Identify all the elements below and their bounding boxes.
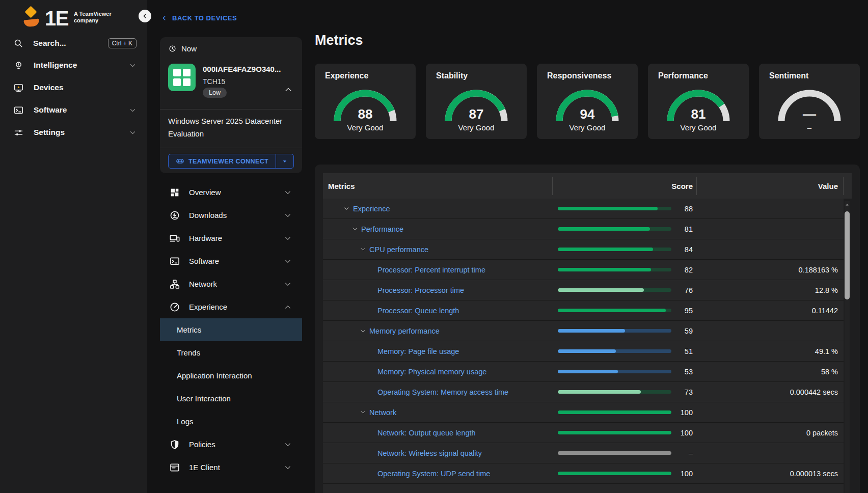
menu-item-downloads[interactable]: Downloads — [160, 204, 302, 227]
score-value: 100 — [681, 470, 693, 478]
gauge-title: Stability — [436, 71, 468, 80]
gauge-card-stability: Stability87Very Good — [426, 64, 527, 139]
sidebar-collapse-button[interactable] — [139, 10, 151, 22]
gauge-title: Responsiveness — [547, 71, 611, 80]
metric-link[interactable]: Experience — [353, 205, 390, 213]
metric-link[interactable]: Network — [369, 408, 396, 417]
back-to-devices-link[interactable]: BACK TO DEVICES — [161, 14, 237, 22]
expand-chevron-icon[interactable] — [360, 409, 366, 416]
metric-row-memory-page-file-usage: Memory: Page file usage5149.1 % — [323, 341, 844, 362]
search-input[interactable]: Search... Ctrl + K — [0, 35, 147, 52]
score-bar-fill — [558, 472, 671, 475]
metric-link[interactable]: Processor: Processor time — [377, 286, 464, 294]
gauge-value: 81 — [648, 106, 749, 122]
metric-link[interactable]: Network: Output queue length — [377, 429, 476, 437]
sidebar-nav: IntelligenceDevicesSoftwareSettings — [0, 54, 147, 144]
gauge-label: Very Good — [537, 123, 638, 132]
score-bar-fill — [558, 288, 644, 292]
teamviewer-icon — [176, 157, 184, 166]
connect-dropdown-button[interactable] — [276, 154, 293, 168]
expand-chevron-icon[interactable] — [343, 205, 350, 212]
os-label: Windows Server 2025 Datacenter Evaluatio… — [168, 115, 293, 140]
gauge-cards-row: Experience88Very GoodStability87Very Goo… — [315, 64, 860, 139]
search-placeholder: Search... — [33, 39, 66, 48]
menu-subitem-user-interaction[interactable]: User Interaction — [160, 387, 302, 410]
score-value: 59 — [685, 327, 693, 335]
chevron-down-icon — [129, 129, 137, 136]
score-value: 53 — [685, 368, 693, 376]
chevron-down-icon — [284, 234, 292, 242]
gauge-value: 94 — [537, 106, 638, 122]
menu-item-1e-client[interactable]: 1E Client — [160, 456, 302, 479]
metrics-table-body: Experience88Performance81CPU performance… — [323, 199, 852, 493]
menu-item-policies[interactable]: Policies — [160, 433, 302, 456]
metric-link[interactable]: Memory: Physical memory usage — [377, 368, 486, 376]
menu-subitem-trends[interactable]: Trends — [160, 341, 302, 364]
metric-link[interactable]: Memory: Page file usage — [377, 347, 459, 355]
status-badge: Low — [203, 88, 227, 98]
chevron-down-icon — [129, 62, 137, 69]
chevron-down-icon — [284, 441, 292, 449]
teamviewer-connect-button[interactable]: TEAMVIEWER CONNECT — [169, 154, 276, 168]
menu-item-network[interactable]: Network — [160, 272, 302, 295]
chevron-left-icon — [142, 13, 148, 19]
sidebar-item-label: Software — [34, 105, 119, 115]
metric-row-processor-queue-length: Processor: Queue length950.11442 — [323, 300, 844, 321]
menu-item-hardware[interactable]: Hardware — [160, 227, 302, 250]
metric-link[interactable]: Processor: Percent interrupt time — [377, 266, 485, 274]
gauge-card-responsiveness: Responsiveness94Very Good — [537, 64, 638, 139]
score-value: – — [689, 449, 693, 457]
metric-row-network-output-queue-length: Network: Output queue length1000 packets — [323, 423, 844, 443]
sidebar-item-software[interactable]: Software — [0, 99, 147, 121]
metric-link[interactable]: Operating System: Memory access time — [377, 388, 508, 396]
menu-subitem-metrics[interactable]: Metrics — [160, 318, 302, 341]
sidebar-item-settings[interactable]: Settings — [0, 121, 147, 144]
scrollbar-thumb[interactable] — [845, 211, 850, 299]
score-value: 81 — [685, 225, 693, 233]
score-bar-fill — [558, 329, 625, 333]
metric-value: 0.188163 % — [697, 266, 844, 274]
metric-link[interactable]: Memory performance — [369, 327, 440, 335]
sidebar-item-intelligence[interactable]: Intelligence — [0, 54, 147, 76]
gauge-label: Very Good — [426, 123, 527, 132]
column-separator — [843, 177, 844, 195]
column-separator — [552, 177, 553, 195]
metric-link[interactable]: Performance — [361, 225, 403, 233]
column-header-score: Score — [553, 182, 697, 190]
expand-chevron-icon[interactable] — [360, 327, 366, 334]
score-bar — [558, 329, 671, 333]
divider — [160, 148, 302, 148]
menu-item-overview[interactable]: Overview — [160, 181, 302, 204]
timestamp: Now — [168, 44, 197, 53]
metric-row-operating-system-udp-send-time: Operating System: UDP send time1000.0000… — [323, 463, 844, 484]
menu-item-label: Downloads — [189, 211, 275, 220]
score-value: 95 — [685, 307, 693, 315]
expand-chevron-icon[interactable] — [360, 246, 366, 253]
expand-chevron-icon[interactable] — [351, 226, 358, 232]
metric-link[interactable]: Operating System: UDP send time — [377, 470, 490, 478]
menu-item-software[interactable]: Software — [160, 250, 302, 272]
score-bar — [558, 349, 671, 353]
chevron-down-icon — [129, 106, 137, 114]
metric-row-processor-percent-interrupt-time: Processor: Percent interrupt time820.188… — [323, 260, 844, 280]
vertical-scrollbar[interactable] — [845, 201, 850, 493]
menu-item-experience[interactable]: Experience — [160, 295, 302, 318]
chevron-up-icon[interactable] — [284, 85, 293, 94]
metric-link[interactable]: Network: Wireless signal quality — [377, 449, 482, 457]
menu-subitem-label: Logs — [177, 417, 194, 426]
score-value: 88 — [685, 205, 693, 213]
sidebar-item-devices[interactable]: Devices — [0, 76, 147, 99]
left-sidebar: 1E A TeamViewer company Search... Ctrl +… — [0, 0, 147, 493]
metric-link[interactable]: Processor: Queue length — [377, 307, 459, 315]
scroll-up-arrow-icon[interactable] — [845, 202, 850, 207]
brand-tagline: A TeamViewer company — [74, 11, 112, 24]
menu-subitem-application-interaction[interactable]: Application Interaction — [160, 364, 302, 387]
grid-icon — [169, 187, 180, 198]
score-bar — [558, 390, 671, 394]
metric-link[interactable]: CPU performance — [369, 245, 428, 254]
menu-subitem-logs[interactable]: Logs — [160, 410, 302, 433]
network-icon — [169, 279, 180, 290]
score-bar-fill — [558, 248, 653, 251]
score-bar-fill — [558, 349, 616, 353]
score-value: 84 — [685, 245, 693, 254]
